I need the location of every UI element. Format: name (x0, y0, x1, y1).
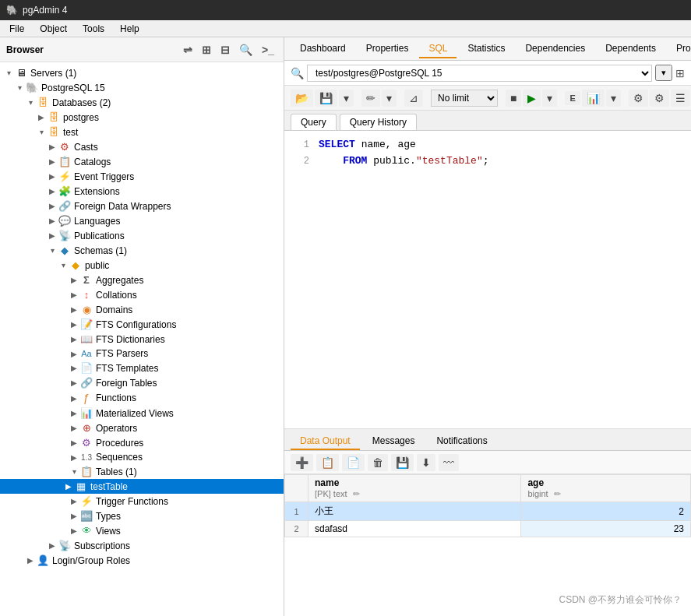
tree-item-public[interactable]: ▾ ◆ public (0, 258, 284, 273)
tree-item-sequences[interactable]: ▶ 1.3 Sequences (0, 450, 284, 464)
tab-sql[interactable]: SQL (419, 40, 457, 58)
search-icon[interactable]: 🔍 (236, 42, 256, 58)
tree-item-domains[interactable]: ▶ ◉ Domains (0, 302, 284, 317)
row-1-age[interactable]: 2 (521, 502, 691, 521)
tab-processes[interactable]: Processes (667, 40, 691, 58)
stop-btn[interactable]: ■ (506, 90, 521, 107)
query-editor[interactable]: 1 SELECT name, age 2 FROM public."testTa… (284, 131, 691, 429)
refresh-icon[interactable]: ⇌ (180, 42, 196, 58)
tree-item-servers[interactable]: ▾ 🖥 Servers (1) (0, 65, 284, 80)
grid-icon[interactable]: ⊞ (199, 42, 214, 58)
tree-item-schemas[interactable]: ▾ ◆ Schemas (1) (0, 243, 284, 258)
tree-item-casts[interactable]: ▶ ⚙ Casts (0, 139, 284, 154)
paste-btn[interactable]: 📄 (342, 454, 365, 471)
row-2-age[interactable]: 23 (521, 521, 691, 537)
tab-dependencies[interactable]: Dependencies (516, 40, 594, 58)
tree-item-loginroles[interactable]: ▶ 👤 Login/Group Roles (0, 553, 284, 568)
copy-btn[interactable]: 📋 (316, 454, 339, 471)
results-header-row: name [PK] text ✏ age bigint ✏ (285, 475, 691, 502)
chart-btn[interactable]: 📊 (582, 90, 605, 107)
chart-dropdown-btn[interactable]: ▾ (606, 90, 621, 107)
tree-item-test[interactable]: ▾ 🗄 test (0, 125, 284, 139)
tree-item-types[interactable]: ▶ 🔤 Types (0, 509, 284, 523)
tree-item-pg15[interactable]: ▾ 🐘 PostgreSQL 15 (0, 80, 284, 95)
open-file-btn[interactable]: 📂 (291, 90, 313, 107)
tree-item-aggregates[interactable]: ▶ Σ Aggregates (0, 273, 284, 287)
terminal-icon[interactable]: >_ (259, 42, 277, 58)
tree-item-procedures[interactable]: ▶ ⚙ Procedures (0, 435, 284, 450)
explain-btn[interactable]: E (565, 91, 580, 105)
run-btn[interactable]: ▶ (523, 90, 541, 107)
tree-item-ftsdicts[interactable]: ▶ 📖 FTS Dictionaries (0, 332, 284, 347)
macros2-btn[interactable]: ⚙ (650, 90, 669, 107)
arrow-databases: ▾ (25, 98, 36, 107)
tree-item-tables[interactable]: ▾ 📋 Tables (1) (0, 464, 284, 479)
run-dropdown-btn[interactable]: ▾ (542, 90, 557, 107)
menu-btn[interactable]: ☰ (671, 90, 690, 107)
save-btn[interactable]: 💾 (315, 90, 337, 107)
results-tab-notifications[interactable]: Notifications (427, 433, 496, 450)
tree-item-extensions[interactable]: ▶ 🧩 Extensions (0, 184, 284, 199)
tab-statistics[interactable]: Statistics (458, 40, 514, 58)
menu-object[interactable]: Object (37, 23, 70, 35)
tree-item-triggerfunctions[interactable]: ▶ ⚡ Trigger Functions (0, 494, 284, 509)
tree-item-matviews[interactable]: ▶ 📊 Materialized Views (0, 406, 284, 421)
edit-btn[interactable]: ✏ (361, 90, 380, 107)
collapse-icon[interactable]: ⊟ (217, 42, 233, 58)
tree-item-databases[interactable]: ▾ 🗄 Databases (2) (0, 95, 284, 110)
tree-item-ftstemplates[interactable]: ▶ 📄 FTS Templates (0, 361, 284, 375)
macros-btn[interactable]: ⚙ (629, 90, 648, 107)
query-tab-query[interactable]: Query (291, 114, 337, 130)
tree-item-functions[interactable]: ▶ ƒ Functions (0, 390, 284, 406)
col-name-label: name (315, 477, 514, 488)
tab-dashboard[interactable]: Dashboard (291, 40, 355, 58)
tree-item-ftsconfigs[interactable]: ▶ 📝 FTS Configurations (0, 317, 284, 332)
tree-item-foreigndatawrappers[interactable]: ▶ 🔗 Foreign Data Wrappers (0, 199, 284, 213)
row-2-name[interactable]: sdafasd (308, 521, 521, 537)
tree-item-postgres[interactable]: ▶ 🗄 postgres (0, 110, 284, 125)
edit-dropdown-btn[interactable]: ▾ (382, 90, 397, 107)
download-btn[interactable]: ⬇ (417, 454, 435, 471)
tree-item-operators[interactable]: ▶ ⊕ Operators (0, 421, 284, 435)
tree-item-languages[interactable]: ▶ 💬 Languages (0, 213, 284, 228)
graph-btn[interactable]: 〰 (439, 454, 459, 471)
tree-item-catalogs[interactable]: ▶ 📋 Catalogs (0, 154, 284, 169)
query-tab-history[interactable]: Query History (340, 114, 417, 130)
connection-dropdown-btn[interactable]: ▾ (655, 65, 672, 81)
tree-item-subscriptions[interactable]: ▶ 📡 Subscriptions (0, 538, 284, 553)
tree-item-testtable[interactable]: ▶ ▦ testTable (0, 479, 284, 494)
menu-file[interactable]: File (6, 23, 27, 35)
tree-item-views[interactable]: ▶ 👁 Views (0, 523, 284, 538)
arrow-views: ▶ (69, 526, 79, 535)
menu-help[interactable]: Help (117, 23, 143, 35)
icon-foreigntables: 🔗 (79, 377, 93, 389)
save-dropdown-btn[interactable]: ▾ (339, 90, 354, 107)
connection-select[interactable]: test/postgres@PostgreSQL 15 (307, 65, 652, 82)
arrow-foreigntables: ▶ (69, 378, 79, 387)
results-tab-dataoutput[interactable]: Data Output (291, 433, 360, 450)
tab-properties[interactable]: Properties (357, 40, 418, 58)
browser-toolbar: ⇌ ⊞ ⊟ 🔍 >_ (180, 42, 277, 58)
tree-item-foreigntables[interactable]: ▶ 🔗 Foreign Tables (0, 375, 284, 390)
db-save-btn[interactable]: 💾 (391, 454, 414, 471)
row-1-name[interactable]: 小王 (308, 502, 521, 521)
icon-eventtriggers: ⚡ (58, 171, 72, 182)
tree-item-eventtriggers[interactable]: ▶ ⚡ Event Triggers (0, 169, 284, 184)
delete-btn[interactable]: 🗑 (368, 454, 388, 471)
results-tab-messages[interactable]: Messages (363, 433, 425, 450)
add-row-btn[interactable]: ➕ (291, 454, 313, 471)
label-types: Types (96, 511, 121, 522)
tree-item-collations[interactable]: ▶ ↕ Collations (0, 287, 284, 302)
menu-tools[interactable]: Tools (79, 23, 108, 35)
filter-btn[interactable]: ⊿ (404, 90, 423, 107)
db-grid-icon[interactable]: ⊞ (675, 67, 685, 79)
results-table-wrap: name [PK] text ✏ age bigint ✏ (284, 474, 691, 616)
tree-item-ftsparsers[interactable]: ▶ Aa FTS Parsers (0, 347, 284, 361)
limit-select[interactable]: No limit 1000 rows 500 rows (431, 90, 498, 107)
arrow-postgres: ▶ (36, 113, 47, 121)
col-name-edit-icon[interactable]: ✏ (353, 489, 360, 498)
tab-dependents[interactable]: Dependents (596, 40, 665, 58)
col-age-edit-icon[interactable]: ✏ (554, 489, 561, 498)
tree-item-publications[interactable]: ▶ 📡 Publications (0, 228, 284, 243)
results-tabs: Data Output Messages Notifications (284, 429, 691, 451)
